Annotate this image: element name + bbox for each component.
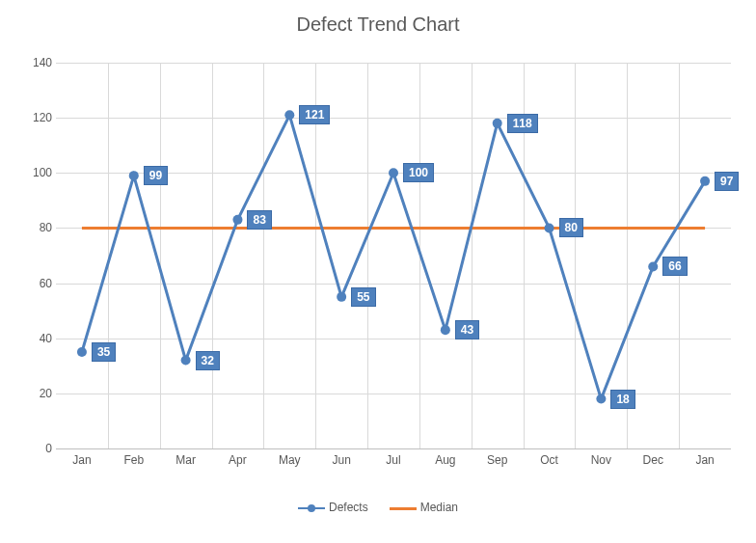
- defects-marker: [181, 356, 191, 366]
- legend-label-median: Median: [420, 501, 458, 514]
- y-tick-label: 40: [14, 332, 52, 345]
- defects-marker: [337, 292, 346, 302]
- defects-marker: [389, 168, 398, 177]
- x-tick-label: Sep: [469, 453, 526, 467]
- chart-container: Defect Trend Chart 020406080100120140 35…: [0, 0, 756, 543]
- defects-data-label: 118: [507, 114, 538, 133]
- defects-marker: [648, 261, 658, 271]
- y-tick-label: 60: [14, 277, 52, 290]
- defects-data-label: 32: [196, 351, 220, 370]
- defects-marker: [284, 110, 294, 120]
- x-tick-label: Apr: [208, 453, 266, 467]
- defects-marker: [77, 347, 87, 357]
- y-tick-label: 20: [14, 387, 52, 400]
- defects-data-label: 80: [559, 218, 583, 237]
- defects-marker: [129, 171, 139, 180]
- defects-data-label: 97: [715, 172, 739, 191]
- defects-data-label: 83: [247, 210, 271, 230]
- x-tick-label: Jun: [312, 453, 370, 467]
- legend: Defects Median: [0, 501, 756, 514]
- defects-marker: [700, 176, 710, 186]
- defects-data-label: 18: [610, 390, 634, 409]
- defects-data-label: 99: [144, 166, 168, 185]
- defects-data-label: 55: [351, 287, 375, 307]
- y-tick-label: 0: [14, 442, 52, 455]
- defects-swatch-icon: [298, 503, 325, 513]
- y-tick-label: 120: [14, 111, 52, 124]
- legend-label-defects: Defects: [329, 501, 368, 514]
- defects-line: [82, 115, 705, 398]
- defects-series: [82, 115, 705, 398]
- x-tick-label: Nov: [572, 453, 630, 467]
- x-tick-label: Mar: [157, 453, 215, 467]
- x-tick-label: Aug: [417, 453, 474, 467]
- x-tick-label: Jan: [676, 453, 734, 467]
- defects-marker: [596, 394, 606, 404]
- defects-data-label: 35: [92, 342, 116, 362]
- defects-marker: [232, 215, 242, 225]
- defects-data-label: 43: [455, 320, 479, 339]
- x-tick-label: Jan: [53, 453, 111, 467]
- defects-data-label: 100: [403, 163, 434, 182]
- x-tick-label: Dec: [624, 453, 682, 467]
- x-tick-label: May: [260, 453, 318, 467]
- legend-item-defects: Defects: [298, 501, 368, 514]
- y-tick-label: 100: [14, 166, 52, 179]
- x-tick-label: Oct: [521, 453, 579, 467]
- x-tick-label: Jul: [364, 453, 422, 467]
- defects-marker: [493, 119, 502, 128]
- y-tick-label: 80: [14, 221, 52, 234]
- defects-data-label: 121: [299, 105, 330, 124]
- defects-data-label: 66: [662, 257, 687, 276]
- x-tick-label: Feb: [105, 453, 163, 467]
- defects-marker: [545, 223, 554, 232]
- median-swatch-icon: [390, 503, 417, 513]
- y-tick-label: 140: [14, 56, 52, 69]
- legend-item-median: Median: [390, 501, 458, 514]
- defects-marker: [441, 325, 450, 335]
- chart-title: Defect Trend Chart: [0, 14, 756, 36]
